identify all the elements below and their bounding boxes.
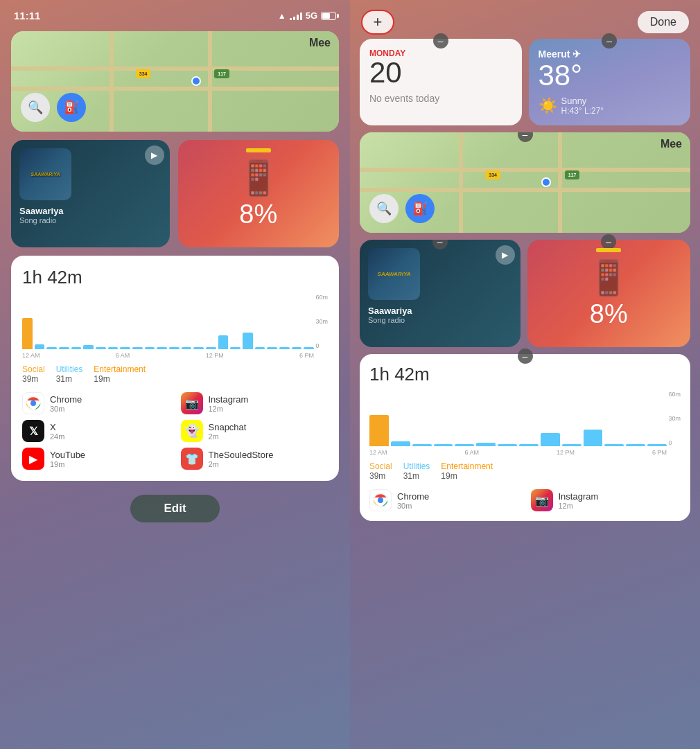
status-bar-left: 11:11 ▲ 5G [0, 0, 350, 26]
map-search-btn[interactable]: 🔍 [21, 93, 50, 122]
chart-bar-10 [132, 347, 143, 350]
right-row-music-battery: – SAAWARIYA ▶ Saawariya Song radio – 📱 8… [360, 240, 690, 347]
st-title-left: 1h 42m [22, 267, 328, 288]
right-map-search-btn[interactable]: 🔍 [369, 194, 399, 223]
right-map-background: 334 117 Mee 🔍 ⛽ [360, 132, 690, 233]
right-map-road-h1 [360, 168, 690, 172]
right-st-social-name: Social [369, 461, 392, 471]
chart-bar-16 [206, 347, 216, 350]
right-y-label-60m: 60m [668, 391, 681, 398]
battery-widget-left[interactable]: 📱 8% [178, 140, 340, 247]
music-subtitle-left: Song radio [19, 216, 161, 224]
right-chart-bar-10 [562, 444, 581, 447]
battery-widget-right[interactable]: – 📱 8% [527, 240, 691, 347]
calendar-widget[interactable]: – MONDAY 20 No events today [360, 39, 522, 125]
souled-icon: 👕 [181, 448, 203, 470]
app-snapchat[interactable]: 👻 Snapchat 2m [181, 420, 329, 442]
youtube-app-info: YouTube 19m [50, 450, 85, 468]
map-widget-right[interactable]: – 334 117 Mee 🔍 ⛽ [360, 132, 690, 233]
phone-icon-left: 📱 [237, 158, 280, 198]
music-widget-left[interactable]: SAAWARIYA ▶ Saawariya Song radio [11, 140, 170, 247]
right-map-sign-117: 117 [565, 170, 580, 179]
screentime-widget-right[interactable]: – 1h 42m [360, 354, 690, 521]
map-fuel-btn[interactable]: ⛽ [57, 93, 86, 122]
y-label-0: 0 [315, 342, 328, 349]
play-button-right[interactable]: ▶ [496, 245, 515, 265]
app-x[interactable]: 𝕏 X 24m [22, 420, 170, 442]
st-chart-lines: 60m 30m 0 [315, 294, 328, 349]
instagram-time: 12m [209, 405, 249, 413]
chart-bar-20 [255, 347, 265, 350]
x-label-12pm: 12 PM [206, 352, 224, 359]
right-map-road-h2 [360, 188, 690, 192]
st-chart-left: 60m 30m 0 [22, 294, 328, 349]
right-st-utilities-name: Utilities [403, 461, 430, 471]
bar4 [300, 12, 302, 20]
chrome-svg [25, 395, 42, 412]
edit-button[interactable]: Edit [130, 495, 219, 522]
right-chart-bar-12 [604, 444, 624, 447]
st-categories: Social 39m Utilities 31m Entertainment 1… [22, 364, 328, 384]
right-chart-bar-7 [498, 444, 517, 447]
right-map-location-dot [541, 177, 551, 187]
weather-widget[interactable]: – Meerut ✈ 38° ☀️ Sunny H:43° L:27° [529, 39, 691, 125]
x-app-info: X 24m [50, 422, 64, 441]
calendar-no-events: No events today [369, 93, 512, 104]
screentime-remove-btn[interactable]: – [518, 349, 533, 364]
music-cover-right: SAAWARIYA [368, 248, 420, 300]
right-app-chrome[interactable]: Chrome 30m [369, 489, 520, 511]
right-st-entertainment-name: Entertainment [441, 461, 493, 471]
music-cover-text: SAAWARIYA [28, 169, 63, 180]
row-music-battery: SAAWARIYA ▶ Saawariya Song radio 📱 8% [11, 140, 339, 247]
add-widget-button[interactable]: + [361, 10, 394, 35]
signal-type: 5G [306, 10, 317, 21]
snapchat-icon: 👻 [181, 420, 203, 442]
st-apps-list: Chrome 30m 📷 Instagram 12m 𝕏 [22, 392, 328, 470]
st-cat-utilities: Utilities 31m [56, 364, 83, 384]
time-left: 11:11 [14, 10, 40, 21]
st-social-name: Social [22, 364, 45, 374]
battery-remove-btn[interactable]: – [601, 234, 616, 249]
st-chart-lines-right: 60m 30m 0 [668, 391, 681, 446]
right-instagram-name: Instagram [559, 491, 599, 502]
chart-bar-17 [218, 335, 229, 349]
play-button-left[interactable]: ▶ [145, 146, 164, 165]
screentime-widget-left[interactable]: 1h 42m [11, 256, 339, 481]
map-road-v2 [208, 31, 212, 132]
st-cat-social: Social 39m [22, 364, 45, 384]
instagram-icon: 📷 [181, 392, 203, 414]
phone-icon-right: 📱 [587, 258, 630, 298]
map-search-row: 🔍 ⛽ [21, 93, 86, 122]
right-chart-bar-4 [434, 444, 453, 447]
st-chart-right: 60m 30m 0 [369, 391, 681, 446]
app-youtube[interactable]: ▶ YouTube 19m [22, 448, 170, 470]
right-st-entertainment-time: 19m [441, 471, 493, 481]
weather-remove-btn[interactable]: – [602, 33, 617, 49]
music-remove-btn[interactable]: – [432, 240, 448, 249]
right-widgets-container: – MONDAY 20 No events today – Meerut ✈ 3… [350, 39, 700, 521]
chart-bar-1 [22, 318, 33, 350]
right-chart-bar-14 [647, 444, 667, 447]
chrome-name: Chrome [50, 394, 82, 405]
weather-condition: Sunny [561, 96, 604, 106]
map-background: 334 117 Mee 🔍 ⛽ [11, 31, 339, 132]
x-name: X [50, 422, 64, 432]
chart-bar-11 [145, 347, 155, 350]
music-widget-right[interactable]: – SAAWARIYA ▶ Saawariya Song radio [360, 240, 520, 347]
chart-bar-12 [157, 347, 167, 350]
y-label-30m: 30m [315, 318, 328, 325]
st-utilities-name: Utilities [56, 364, 83, 374]
app-souled[interactable]: 👕 TheSouledStore 2m [181, 448, 329, 470]
chart-bar-14 [182, 347, 192, 350]
done-button[interactable]: Done [638, 11, 689, 33]
right-row-calendar-weather: – MONDAY 20 No events today – Meerut ✈ 3… [360, 39, 690, 125]
st-entertainment-time: 19m [94, 374, 146, 384]
right-map-fuel-btn[interactable]: ⛽ [405, 194, 435, 223]
app-instagram[interactable]: 📷 Instagram 12m [181, 392, 329, 414]
calendar-remove-btn[interactable]: – [433, 33, 448, 49]
map-widget-left[interactable]: 334 117 Mee 🔍 ⛽ [11, 31, 339, 132]
right-st-cat-utilities: Utilities 31m [403, 461, 430, 481]
app-chrome[interactable]: Chrome 30m [22, 392, 170, 414]
right-app-instagram[interactable]: 📷 Instagram 12m [531, 489, 681, 511]
svg-point-3 [378, 497, 383, 503]
